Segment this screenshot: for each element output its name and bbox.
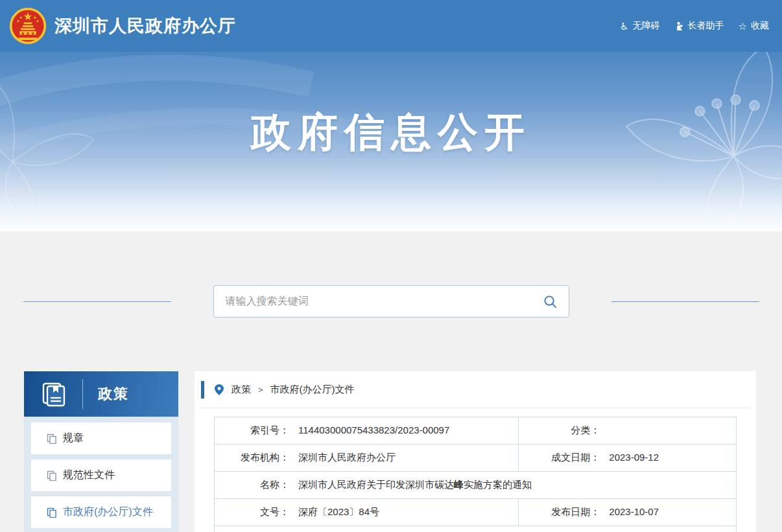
favorite-link[interactable]: ☆ 收藏 [739,20,769,32]
written-date-value: 2023-09-12 [609,452,659,463]
breadcrumb-accent-bar [201,381,204,399]
written-date-label: 成文日期： [519,452,600,464]
left-divider-line [23,301,171,302]
index-cell: 索引号：114403000075433823/2023-00097 [215,417,519,445]
publisher-cell: 发布机构：深圳市人民政府办公厅 [215,445,519,472]
header-links: ♿ 无障碍 长者助手 ☆ 收藏 [620,20,769,32]
publish-date-value: 2023-10-07 [609,506,659,517]
location-pin-icon [215,384,224,395]
search-input[interactable] [226,295,543,307]
breadcrumb: 政策 > 市政府(办公厅)文件 [201,371,750,408]
elder-person-icon [674,21,684,31]
sidebar-header-divider [82,379,83,409]
document-meta-table: 索引号：114403000075433823/2023-00097 分类： 发布… [214,417,737,532]
document-icon [47,434,57,444]
doc-number-value: 深府〔2023〕84号 [298,506,379,517]
table-row-index: 索引号：114403000075433823/2023-00097 分类： [215,417,737,445]
sidebar-item-label: 规章 [63,432,84,445]
breadcrumb-separator: > [258,385,263,395]
publish-date-label: 发布日期： [519,506,600,518]
category-cell: 分类： [519,417,737,445]
sidebar-item-label: 市政府(办公厅)文件 [63,505,153,519]
page-banner: 政府信息公开 [0,52,782,231]
site-title: 深圳市人民政府办公厅 [54,14,236,38]
publisher-label: 发布机构： [215,452,289,464]
top-header: 深圳市人民政府办公厅 ♿ 无障碍 长者助手 ☆ 收藏 [0,0,782,52]
publish-date-cell: 发布日期：2023-10-07 [519,499,737,526]
sidebar-item-regulations[interactable]: 规章 [31,422,171,454]
favorite-label: 收藏 [751,20,769,32]
name-cell: 名称：深圳市人民政府关于印发深圳市碳达峰实施方案的通知 [215,472,737,499]
breadcrumb-root[interactable]: 政策 [231,384,251,396]
elder-assistant-label: 长者助手 [688,20,724,32]
sidebar-item-label: 规范性文件 [63,468,115,482]
category-label: 分类： [519,424,600,437]
star-icon: ☆ [739,21,747,31]
content-card: 政策 > 市政府(办公厅)文件 索引号：114403000075433823/2… [195,371,756,532]
national-emblem-logo [9,7,47,45]
doc-number-cell: 文号：深府〔2023〕84号 [215,499,519,526]
document-icon [47,507,57,518]
highlighted-keyword: 峰 [454,479,464,490]
table-row-partial [215,526,737,532]
wheelchair-icon: ♿ [620,21,628,31]
table-row-name: 名称：深圳市人民政府关于印发深圳市碳达峰实施方案的通知 [215,472,737,499]
policy-book-icon [41,381,67,407]
sidebar: 政策 规章 规范性文件 [24,371,178,532]
doc-number-label: 文号： [215,506,289,518]
main-content: 政策 规章 规范性文件 [0,371,782,532]
partial-cell [215,526,737,532]
search-band [0,285,782,318]
elder-assistant-link[interactable]: 长者助手 [674,20,724,32]
accessibility-link[interactable]: ♿ 无障碍 [620,20,659,32]
index-label: 索引号： [215,424,289,437]
sidebar-item-municipal-government-documents[interactable]: 市政府(办公厅)文件 [31,496,171,528]
table-row-publisher: 发布机构：深圳市人民政府办公厅 成文日期：2023-09-12 [215,445,737,472]
search-box [213,285,569,318]
search-icon[interactable] [543,295,557,308]
written-date-cell: 成文日期：2023-09-12 [519,445,737,472]
right-divider-line [611,301,759,302]
sidebar-title: 政策 [98,384,129,404]
name-label: 名称： [215,479,289,491]
breadcrumb-current[interactable]: 市政府(办公厅)文件 [270,384,355,396]
table-row-doc-number: 文号：深府〔2023〕84号 发布日期：2023-10-07 [215,499,737,526]
accessibility-label: 无障碍 [633,20,660,32]
document-name: 深圳市人民政府关于印发深圳市碳达峰实施方案的通知 [298,479,532,490]
sidebar-header: 政策 [24,371,178,417]
index-value: 114403000075433823/2023-00097 [298,424,449,435]
sidebar-item-normative-documents[interactable]: 规范性文件 [31,459,171,491]
document-icon [47,470,57,481]
sidebar-menu: 规章 规范性文件 市政府(办公厅)文件 [24,417,178,532]
publisher-value: 深圳市人民政府办公厅 [298,452,396,463]
page-title: 政府信息公开 [0,105,782,159]
